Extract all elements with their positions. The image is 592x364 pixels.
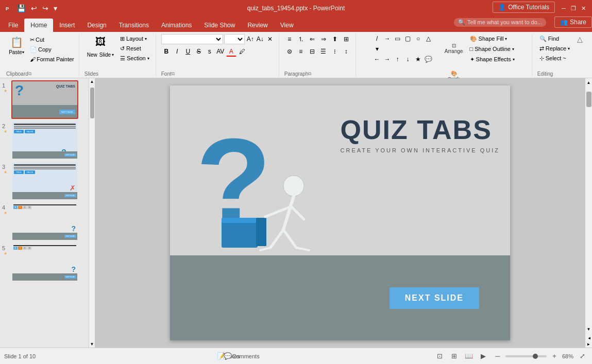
select-button[interactable]: ⊹ Select ~ xyxy=(537,54,572,63)
shape-star[interactable]: ★ xyxy=(414,55,423,64)
section-button[interactable]: ☰ Section ▾ xyxy=(118,54,151,63)
shape-left-arrow[interactable]: ← xyxy=(373,55,382,64)
slide-sorter-button[interactable]: ⊞ xyxy=(449,351,460,362)
justify-button[interactable]: ☰ xyxy=(318,46,329,57)
reset-button[interactable]: ↺ Reset xyxy=(118,44,151,53)
italic-button[interactable]: I xyxy=(172,46,182,57)
copy-button[interactable]: 📄 Copy xyxy=(28,45,76,54)
paste-button[interactable]: 📋 Paste ▾ xyxy=(6,34,27,56)
undo-button[interactable]: ↩ xyxy=(29,3,39,13)
shape-up-arrow[interactable]: ↑ xyxy=(393,55,402,64)
zoom-in-button[interactable]: + xyxy=(549,351,560,362)
redo-button[interactable]: ↪ xyxy=(41,3,50,13)
shape-oval[interactable]: ○ xyxy=(414,34,423,43)
paragraph-expand-button[interactable]: ⧉ xyxy=(308,71,311,77)
shape-rounded-rect[interactable]: ▢ xyxy=(403,34,413,43)
tab-view[interactable]: View xyxy=(274,19,300,32)
highlight-button[interactable]: 🖊 xyxy=(237,46,247,57)
tab-insert[interactable]: Insert xyxy=(53,19,81,32)
restore-button[interactable]: ❐ xyxy=(569,4,578,13)
decrease-indent-button[interactable]: ⇐ xyxy=(307,34,317,44)
tab-home[interactable]: Home xyxy=(24,19,53,32)
slide-thumbnail-5[interactable]: A B C D ? NEXT SLIDE xyxy=(11,243,78,282)
share-button[interactable]: 👥 Share xyxy=(554,16,592,28)
user-account-button[interactable]: 👤 Office Tutorials xyxy=(493,2,555,13)
cut-button[interactable]: ✂ Cut xyxy=(28,35,76,44)
shape-right-arrow[interactable]: → xyxy=(383,55,392,64)
new-slide-button[interactable]: 🖼 New Slide ▾ xyxy=(84,34,116,60)
shape-rect[interactable]: ▭ xyxy=(393,34,402,43)
shadow-button[interactable]: s xyxy=(205,46,215,57)
zoom-out-button[interactable]: ─ xyxy=(492,351,503,362)
rsb-down-button[interactable]: ▼ xyxy=(586,326,592,332)
shape-down-arrow[interactable]: ↓ xyxy=(403,55,413,64)
next-slide-button[interactable]: NEXT SLIDE xyxy=(390,287,479,309)
slide-thumb-3[interactable]: 3 ★ TRUE FALSE ✗ xyxy=(2,162,93,200)
shape-fill-button[interactable]: 🎨 Shape Fill ▾ xyxy=(468,34,516,43)
columns-button[interactable]: ⫶ xyxy=(330,46,340,57)
text-direction-button[interactable]: ⬆ xyxy=(330,34,340,44)
customize-button[interactable]: ▾ xyxy=(52,3,59,13)
clipboard-expand-button[interactable]: ⧉ xyxy=(28,71,31,77)
comments-button[interactable]: 💬 Comments xyxy=(236,351,247,362)
zoom-slider[interactable] xyxy=(505,355,547,357)
strikethrough-button[interactable]: S xyxy=(194,46,204,57)
align-right-button[interactable]: ⊟ xyxy=(307,46,317,57)
slide-thumbnail-3[interactable]: TRUE FALSE ✗ NEXT SLIDE xyxy=(11,162,78,200)
find-button[interactable]: 🔍 Find xyxy=(537,34,572,43)
slide-thumb-1[interactable]: 1 ★ ? QUIZ TABS NEXT SLIDE xyxy=(2,80,93,119)
slide-thumbnail-1[interactable]: ? QUIZ TABS NEXT SLIDE xyxy=(11,80,78,119)
line-spacing-button[interactable]: ↕ xyxy=(341,46,351,57)
increase-font-size-button[interactable]: A↑ xyxy=(246,34,255,44)
shape-more[interactable]: ▾ xyxy=(373,44,382,54)
tab-design[interactable]: Design xyxy=(81,19,112,32)
new-slide-top[interactable]: 🖼 xyxy=(92,34,109,49)
align-center-button[interactable]: ≡ xyxy=(296,46,306,57)
shape-effects-button[interactable]: ✦ Shape Effects ▾ xyxy=(468,55,516,64)
shape-callout[interactable]: 💬 xyxy=(424,55,433,64)
tab-file[interactable]: File xyxy=(2,19,24,32)
replace-button[interactable]: ⇄ Replace ▾ xyxy=(537,44,572,53)
shape-outline-button[interactable]: □ Shape Outline ▾ xyxy=(468,44,516,54)
shape-line[interactable]: / xyxy=(373,34,382,43)
font-name-select[interactable] xyxy=(161,34,223,44)
format-painter-button[interactable]: 🖌 Format Painter xyxy=(28,55,76,64)
font-expand-button[interactable]: ⧉ xyxy=(172,71,175,77)
spacing-button[interactable]: AV xyxy=(215,46,226,57)
scroll-up-button[interactable]: ▲ xyxy=(89,78,95,85)
slide-thumbnail-2[interactable]: TRUE FALSE ? NEXT SLIDE xyxy=(11,121,78,160)
new-slide-dropdown[interactable]: New Slide ▾ xyxy=(84,49,116,60)
clear-formatting-button[interactable]: ✕ xyxy=(265,34,275,44)
underline-button[interactable]: U xyxy=(183,46,193,57)
bullets-button[interactable]: ≡ xyxy=(284,34,295,44)
rsb-right-button[interactable]: ▲ xyxy=(586,341,592,348)
numbering-button[interactable]: ⒈ xyxy=(296,34,306,44)
tab-slideshow[interactable]: Slide Show xyxy=(198,19,241,32)
tab-transitions[interactable]: Transitions xyxy=(113,19,155,32)
fit-slide-button[interactable]: ⤢ xyxy=(577,351,588,362)
slide-thumb-2[interactable]: 2 ★ TRUE FALSE ? xyxy=(2,121,93,160)
align-left-button[interactable]: ⊜ xyxy=(284,46,295,57)
arrange-button[interactable]: ⊡ Arrange xyxy=(443,34,465,63)
tab-review[interactable]: Review xyxy=(241,19,274,32)
scroll-down-button[interactable]: ▼ xyxy=(89,341,95,348)
slide-thumb-5[interactable]: 5 ★ A B C D ? xyxy=(2,243,93,282)
layout-button[interactable]: ⊞ Layout ▾ xyxy=(118,34,151,43)
close-button[interactable]: ✕ xyxy=(579,4,588,13)
slide-thumb-4[interactable]: 4 ★ A B C D ? xyxy=(2,202,93,241)
slide-thumbnail-4[interactable]: A B C D ? NEXT SLIDE xyxy=(11,202,78,241)
font-color-button[interactable]: A xyxy=(226,46,236,57)
tab-animations[interactable]: Animations xyxy=(155,19,198,32)
minimize-button[interactable]: ─ xyxy=(559,4,568,13)
collapse-ribbon-button[interactable]: △ xyxy=(577,35,583,43)
rsb-up-button[interactable]: ▲ xyxy=(586,79,592,85)
decrease-font-size-button[interactable]: A↓ xyxy=(256,34,265,44)
font-size-select[interactable] xyxy=(224,34,245,44)
convert-to-smartart-button[interactable]: ⊞ xyxy=(341,34,351,44)
slideshow-button[interactable]: ▶ xyxy=(478,351,489,362)
bold-button[interactable]: B xyxy=(161,46,172,57)
increase-indent-button[interactable]: ⇒ xyxy=(318,34,329,44)
normal-view-button[interactable]: ⊡ xyxy=(434,351,446,362)
shape-triangle[interactable]: △ xyxy=(424,34,433,43)
save-button[interactable]: 💾 xyxy=(15,3,27,13)
